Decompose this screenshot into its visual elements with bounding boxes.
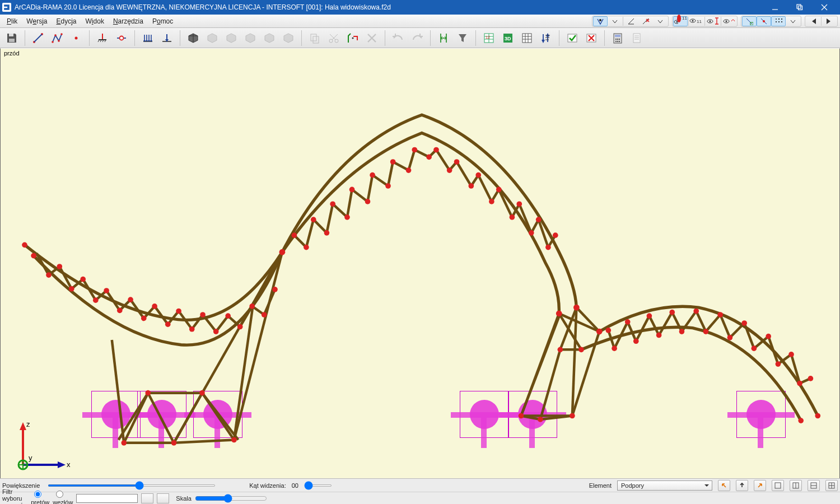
scale-slider[interactable] (195, 494, 267, 503)
svg-point-58 (46, 272, 52, 278)
toggle-snap-node-icon[interactable] (757, 16, 771, 26)
cut-icon[interactable] (325, 30, 342, 46)
view-cube-1-icon[interactable] (204, 30, 221, 46)
svg-point-134 (776, 361, 781, 367)
sort-icon[interactable] (538, 30, 554, 46)
toggle-eye-sub-icon[interactable]: 11 (689, 16, 704, 26)
menu-edycja[interactable]: Edycja (52, 16, 81, 26)
svg-point-109 (545, 245, 551, 250)
grid-settings-icon[interactable] (519, 30, 535, 46)
paste-icon[interactable] (344, 30, 361, 46)
svg-point-120 (612, 346, 617, 351)
svg-point-92 (370, 172, 375, 178)
svg-point-111 (556, 310, 562, 316)
toggle-prev-icon[interactable] (806, 16, 820, 26)
svg-point-88 (330, 201, 335, 207)
toggle-eye-red-sup-icon[interactable]: 11 (673, 16, 688, 26)
draw-line-red-icon[interactable] (30, 30, 46, 46)
toggle-angle-icon[interactable] (624, 16, 638, 26)
axis-gizmo[interactable]: z x y (13, 419, 74, 475)
draw-polyline-icon[interactable] (49, 30, 66, 46)
svg-point-137 (808, 376, 814, 381)
filter-apply-icon[interactable] (141, 493, 153, 503)
axis-y-label: y (29, 454, 32, 462)
svg-rect-20 (9, 39, 15, 42)
load-uniform-icon[interactable] (139, 30, 156, 46)
toggle-dropdown2-icon[interactable] (653, 16, 668, 26)
canvas[interactable]: przód (0, 48, 840, 478)
redo-icon[interactable] (409, 30, 426, 46)
radio-wezlow[interactable]: węzłów (53, 491, 73, 504)
view-3d-icon[interactable]: 3D (500, 30, 516, 46)
copy-icon[interactable] (306, 30, 323, 46)
view-iso-active-icon[interactable] (185, 30, 202, 46)
menu-widok[interactable]: Widok (81, 16, 109, 26)
svg-point-112 (573, 305, 580, 311)
view-cube-4-icon[interactable] (261, 30, 278, 46)
delete-icon[interactable] (363, 30, 380, 46)
support-fixed-icon[interactable] (94, 30, 111, 46)
svg-point-64 (117, 308, 123, 314)
svg-point-59 (57, 264, 62, 269)
svg-point-8 (710, 20, 711, 22)
svg-point-139 (798, 418, 804, 423)
menu-narzedzia[interactable]: Narzędzia (109, 16, 148, 26)
measure-icon[interactable] (435, 30, 452, 46)
svg-point-13 (776, 18, 777, 20)
svg-rect-55 (633, 34, 640, 43)
hinge-icon[interactable] (113, 30, 130, 46)
svg-point-91 (365, 199, 371, 204)
svg-point-27 (60, 33, 63, 35)
svg-point-118 (596, 329, 603, 335)
scale-label: Skala (176, 495, 192, 502)
svg-point-90 (349, 187, 355, 193)
toggle-snap-grid-icon[interactable] (771, 16, 786, 26)
svg-point-103 (489, 199, 494, 204)
menu-wersja[interactable]: Wersja (22, 16, 52, 26)
minimize-button[interactable] (763, 0, 787, 15)
svg-point-89 (344, 214, 350, 220)
svg-point-63 (104, 288, 109, 293)
toggle-eye-curve-icon[interactable] (722, 16, 736, 26)
view-cube-2-icon[interactable] (223, 30, 240, 46)
svg-point-113 (558, 347, 563, 352)
table-numbers-icon[interactable]: 12 (480, 30, 497, 46)
menu-pomoc[interactable]: Pomoc (148, 16, 178, 26)
menu-plik[interactable]: Plik (2, 16, 22, 26)
toggle-snap-endpoint-icon[interactable] (742, 16, 757, 26)
main-toolbar: 12 3D (0, 28, 840, 48)
zoom-slider[interactable] (48, 484, 216, 487)
view-cube-5-icon[interactable] (280, 30, 297, 46)
toggle-eye-profile-icon[interactable] (706, 16, 720, 26)
save-icon[interactable] (3, 30, 20, 46)
svg-point-10 (726, 20, 727, 22)
svg-point-18 (781, 21, 782, 22)
svg-point-110 (553, 232, 558, 238)
report-icon[interactable] (628, 30, 645, 46)
undo-icon[interactable] (390, 30, 407, 46)
calculator-icon[interactable] (609, 30, 626, 46)
toggle-delete-angle-icon[interactable] (638, 16, 653, 26)
radio-pretow[interactable]: prętów (31, 491, 49, 504)
check-fail-icon[interactable] (583, 30, 600, 46)
close-button[interactable] (812, 0, 837, 15)
view-cube-3-icon[interactable] (242, 30, 259, 46)
toggle-dropdown-icon[interactable] (608, 16, 622, 26)
filter-icon[interactable] (454, 30, 471, 46)
draw-point-icon[interactable] (68, 30, 85, 46)
toggle-snap-dropdown-icon[interactable] (786, 16, 800, 26)
svg-point-14 (778, 18, 780, 20)
window-title: ArCADia-RAMA 20.0 Licencja dla WEWNĘTRZN… (15, 3, 763, 11)
element-select[interactable]: Podpory (617, 480, 712, 491)
filter-input[interactable] (76, 494, 138, 503)
maximize-button[interactable] (787, 0, 812, 15)
filter-pause-icon[interactable] (157, 493, 169, 503)
toggle-next-icon[interactable] (822, 16, 837, 26)
svg-point-107 (529, 230, 534, 236)
menubar: Plik Wersja Edycja Widok Narzędzia Pomoc… (0, 15, 840, 28)
toggle-loads-icon[interactable] (593, 16, 608, 26)
svg-point-71 (200, 312, 206, 318)
load-point-icon[interactable] (158, 30, 175, 46)
svg-point-61 (80, 277, 86, 282)
check-ok-icon[interactable] (564, 30, 581, 46)
